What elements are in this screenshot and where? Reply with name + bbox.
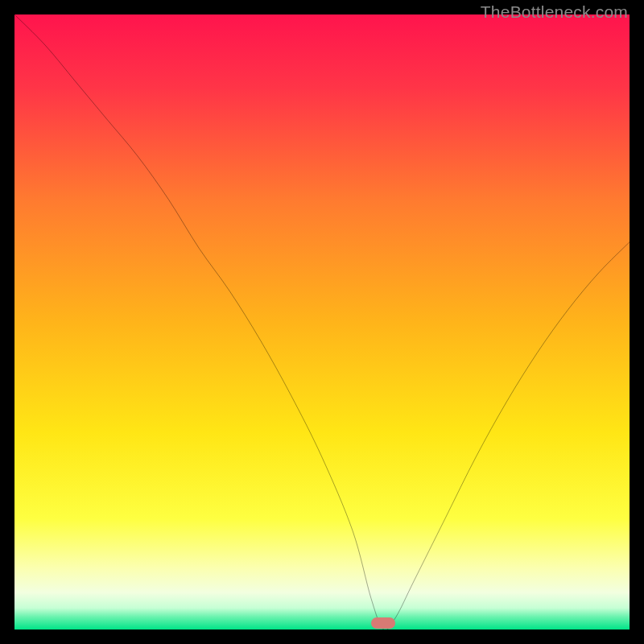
watermark-text: TheBottleneck.com [481,2,628,22]
plot-area [14,14,630,630]
optimal-marker [371,617,395,629]
chart-frame: TheBottleneck.com [0,0,644,644]
bottleneck-curve [14,14,630,630]
